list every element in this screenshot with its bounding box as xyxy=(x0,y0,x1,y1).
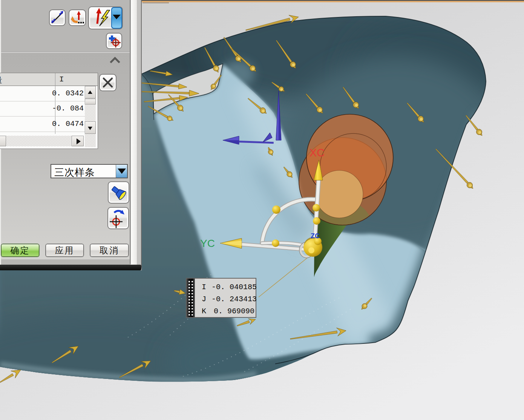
svg-text:ZC: ZC xyxy=(311,232,320,240)
svg-text:YC: YC xyxy=(200,238,215,249)
svg-text:XC: XC xyxy=(309,147,325,159)
